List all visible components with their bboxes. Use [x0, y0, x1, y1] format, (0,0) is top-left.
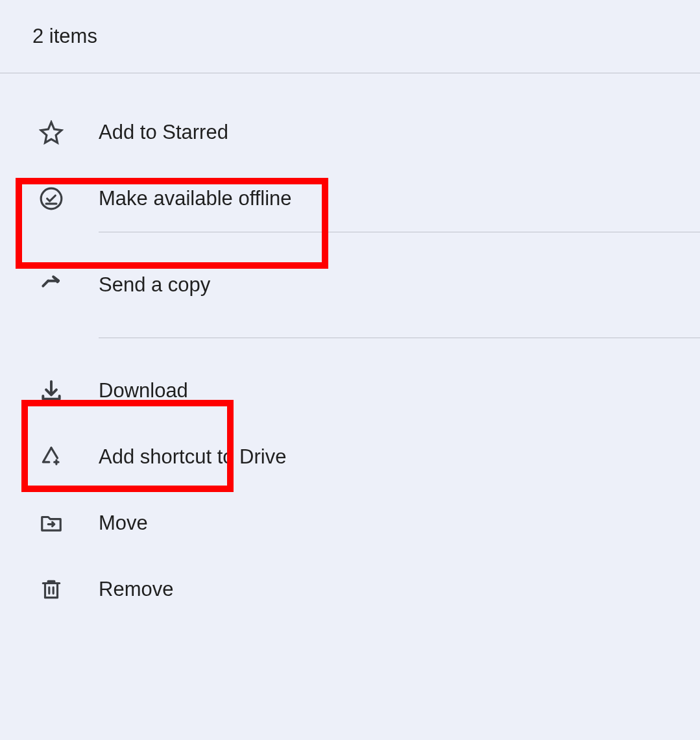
menu-item-label: Send a copy — [99, 273, 210, 297]
menu-item-add-shortcut-to-drive[interactable]: Add shortcut to Drive — [0, 424, 700, 490]
menu-item-label: Remove — [99, 578, 173, 601]
menu-item-remove[interactable]: Remove — [0, 556, 700, 623]
menu-item-make-available-offline[interactable]: Make available offline — [0, 166, 700, 232]
menu-item-label: Download — [99, 379, 188, 402]
menu-item-label: Make available offline — [99, 187, 292, 210]
menu-item-label: Move — [99, 512, 148, 535]
menu-item-label: Add shortcut to Drive — [99, 445, 286, 469]
shortcut-icon — [39, 445, 64, 469]
trash-icon — [39, 577, 64, 602]
menu-item-label: Add to Starred — [99, 121, 228, 144]
star-icon — [39, 120, 64, 145]
menu-item-download[interactable]: Download — [0, 358, 700, 424]
menu-item-send-a-copy[interactable]: Send a copy — [0, 252, 700, 318]
menu-item-add-to-starred[interactable]: Add to Starred — [0, 99, 700, 166]
header-title: 2 items — [32, 25, 668, 48]
move-icon — [39, 511, 64, 536]
send-icon — [39, 273, 64, 297]
menu-item-move[interactable]: Move — [0, 490, 700, 556]
context-menu: Add to Starred Make available offline Se… — [0, 73, 700, 623]
offline-icon — [39, 186, 64, 211]
download-icon — [39, 378, 64, 403]
header: 2 items — [0, 0, 700, 73]
